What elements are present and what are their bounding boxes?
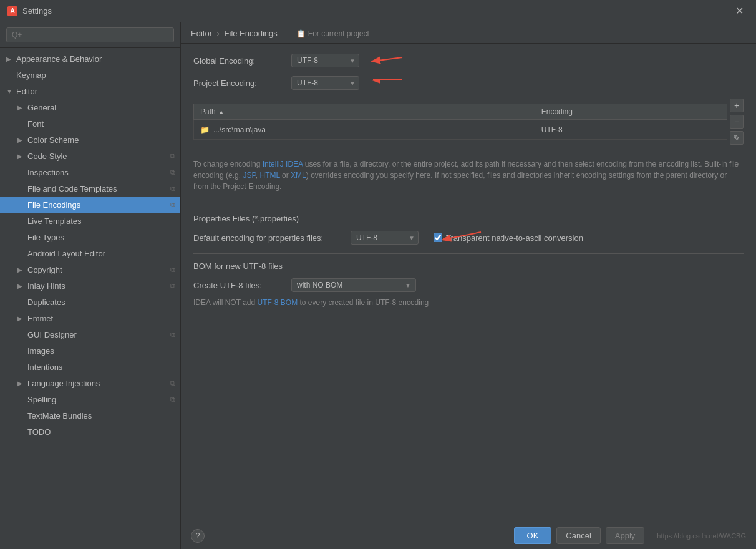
encoding-column-header[interactable]: Encoding — [535, 104, 727, 120]
sidebar-item-label: TODO — [27, 427, 51, 437]
sidebar-item-label: General — [27, 103, 56, 112]
apply-button[interactable]: Apply — [606, 527, 645, 544]
sidebar-item-general[interactable]: ▶ General — [0, 99, 180, 115]
bom-section: BOM for new UTF-8 files Create UTF-8 fil… — [193, 261, 744, 307]
sidebar-item-language-injections[interactable]: ▶ Language Injections ⧉ — [0, 375, 180, 391]
sidebar-item-label: Live Templates — [27, 216, 81, 226]
sidebar-item-code-style[interactable]: ▶ Code Style ⧉ — [0, 148, 180, 164]
sidebar-item-duplicates[interactable]: Duplicates — [0, 294, 180, 310]
sidebar-item-copyright[interactable]: ▶ Copyright ⧉ — [0, 261, 180, 278]
properties-encoding-select[interactable]: UTF-8 ISO-8859-1 windows-1252 — [351, 231, 419, 245]
table-row[interactable]: 📁 ...\src\main\java UTF-8 — [194, 120, 727, 140]
panel-body: Global Encoding: UTF-8 ISO-8859-1 window… — [181, 44, 756, 522]
sidebar-item-spelling[interactable]: Spelling ⧉ — [0, 391, 180, 407]
global-encoding-select[interactable]: UTF-8 ISO-8859-1 windows-1252 — [291, 54, 359, 67]
bom-info: IDEA will NOT add UTF-8 BOM to every cre… — [193, 298, 744, 307]
sidebar-item-emmet[interactable]: ▶ Emmet — [0, 310, 180, 326]
project-encoding-label: Project Encoding: — [193, 79, 284, 88]
sidebar-item-images[interactable]: Images — [0, 343, 180, 359]
sidebar-item-gui-designer[interactable]: GUI Designer ⧉ — [0, 326, 180, 343]
search-box — [0, 22, 180, 48]
sidebar-item-label: Spelling — [27, 395, 56, 404]
project-icon: 📋 — [296, 29, 306, 38]
global-encoding-label: Global Encoding: — [193, 56, 284, 66]
sidebar-item-file-encodings[interactable]: File Encodings ⧉ — [0, 197, 180, 213]
sidebar-item-label: Code Style — [27, 152, 67, 161]
sidebar-item-android-layout-editor[interactable]: Android Layout Editor — [0, 245, 180, 261]
edit-path-button[interactable]: ✎ — [730, 131, 744, 145]
expand-arrow-icon: ▶ — [17, 104, 27, 111]
xml-highlight: XML — [291, 171, 306, 180]
remove-path-button[interactable]: − — [730, 115, 744, 129]
sidebar-item-todo[interactable]: TODO — [0, 424, 180, 440]
sidebar-item-inlay-hints[interactable]: ▶ Inlay Hints ⧉ — [0, 278, 180, 294]
close-button[interactable]: ✕ — [730, 2, 749, 19]
expand-arrow-icon: ▶ — [17, 380, 27, 387]
sidebar-item-label: Keymap — [16, 70, 46, 80]
table-side-buttons: + − ✎ — [730, 99, 744, 145]
bom-select[interactable]: with NO BOM with BOM with BOM if needed — [291, 278, 416, 292]
sidebar-item-appearance[interactable]: ▶ Appearance & Behavior — [0, 51, 180, 67]
panel-header: Editor › File Encodings 📋 For current pr… — [181, 22, 756, 44]
sidebar-item-file-types[interactable]: File Types — [0, 229, 180, 245]
sidebar-item-intentions[interactable]: Intentions — [0, 359, 180, 375]
section-divider — [193, 206, 744, 206]
create-utf8-label: Create UTF-8 files: — [193, 281, 284, 290]
settings-window: A Settings ✕ ▶ Appearance & Behavior Key… — [0, 0, 756, 549]
sidebar-item-keymap[interactable]: Keymap — [0, 67, 180, 83]
utf8-bom-highlight: UTF-8 BOM — [257, 298, 298, 307]
ok-button[interactable]: OK — [514, 527, 552, 544]
default-encoding-row: Default encoding for properties files: U… — [193, 231, 744, 245]
folder-icon: 📁 — [200, 125, 210, 134]
expand-arrow-icon: ▶ — [17, 137, 27, 143]
table-encoding-cell: UTF-8 — [535, 120, 727, 140]
help-button[interactable]: ? — [191, 529, 205, 543]
sidebar-item-textmate-bundles[interactable]: TextMate Bundles — [0, 407, 180, 424]
for-current-project-button[interactable]: 📋 For current project — [296, 29, 369, 38]
svg-line-0 — [373, 57, 402, 61]
info-text: To change encoding IntelliJ IDEA uses fo… — [193, 152, 744, 198]
sidebar-item-label: Inspections — [27, 168, 69, 177]
table-path-cell: 📁 ...\src\main\java — [194, 120, 535, 140]
copy-icon: ⧉ — [170, 379, 175, 387]
sidebar-item-label: File and Code Templates — [27, 184, 117, 193]
sidebar-item-label: Language Injections — [27, 379, 100, 388]
path-column-header[interactable]: Path ▲ — [194, 104, 535, 120]
bom-divider — [193, 253, 744, 254]
sidebar-item-label: Duplicates — [27, 298, 65, 307]
sidebar-item-label: Inlay Hints — [27, 281, 65, 291]
properties-section-title: Properties Files (*.properties) — [193, 214, 744, 223]
copy-icon: ⧉ — [170, 396, 175, 404]
sidebar-item-file-code-templates[interactable]: File and Code Templates ⧉ — [0, 180, 180, 197]
default-encoding-label: Default encoding for properties files: — [193, 233, 343, 243]
bom-section-title: BOM for new UTF-8 files — [193, 261, 744, 271]
global-encoding-row: Global Encoding: UTF-8 ISO-8859-1 window… — [193, 54, 744, 67]
sidebar-item-editor[interactable]: ▼ Editor — [0, 83, 180, 99]
sidebar-tree: ▶ Appearance & Behavior Keymap ▼ Editor … — [0, 48, 180, 549]
breadcrumb-separator: › — [217, 29, 220, 38]
intellij-highlight: IntelliJ IDEA — [263, 160, 303, 168]
sidebar-item-inspections[interactable]: Inspections ⧉ — [0, 164, 180, 180]
breadcrumb-current: File Encodings — [225, 29, 278, 38]
expand-arrow-icon: ▶ — [17, 153, 27, 160]
sidebar-item-label: Emmet — [27, 314, 53, 323]
global-encoding-select-wrapper: UTF-8 ISO-8859-1 windows-1252 ▼ — [291, 54, 359, 67]
sidebar-item-label: Font — [27, 119, 44, 129]
project-encoding-row: Project Encoding: UTF-8 ISO-8859-1 windo… — [193, 76, 744, 90]
sidebar-item-color-scheme[interactable]: ▶ Color Scheme — [0, 132, 180, 148]
sidebar-item-label: Android Layout Editor — [27, 249, 105, 258]
url-bar: https://blog.csdn.net/WACBG — [657, 532, 746, 540]
sidebar-item-label: Color Scheme — [27, 135, 79, 145]
properties-section: Properties Files (*.properties) Default … — [193, 214, 744, 245]
search-input[interactable] — [6, 27, 174, 42]
sidebar-item-label: Appearance & Behavior — [16, 54, 102, 64]
project-encoding-select[interactable]: UTF-8 ISO-8859-1 windows-1252 — [291, 76, 359, 90]
transparent-conversion-checkbox[interactable] — [434, 233, 442, 242]
bottom-bar: ? OK Cancel Apply https://blog.csdn.net/… — [181, 522, 756, 549]
sidebar-item-label: Intentions — [27, 362, 62, 372]
add-path-button[interactable]: + — [730, 99, 744, 112]
sidebar-item-font[interactable]: Font — [0, 115, 180, 132]
cancel-button[interactable]: Cancel — [556, 527, 600, 544]
sidebar-item-live-templates[interactable]: Live Templates — [0, 213, 180, 229]
expand-arrow-icon: ▶ — [6, 56, 16, 62]
